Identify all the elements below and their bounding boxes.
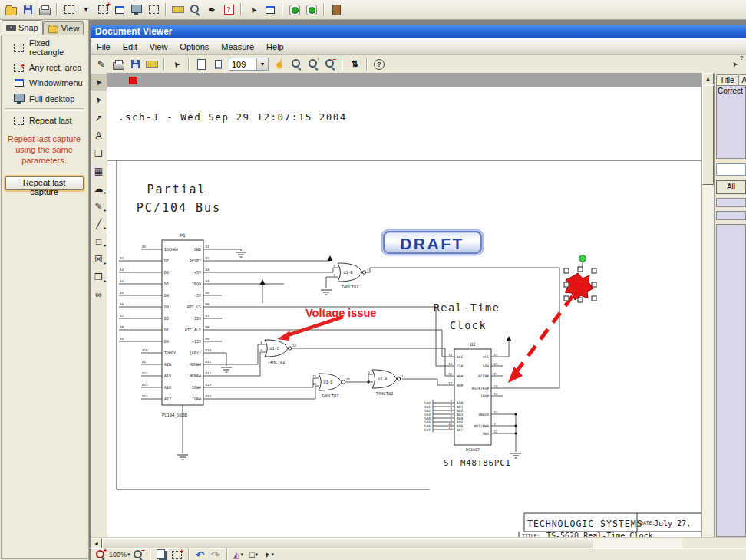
- edit-annotations-button[interactable]: ✎: [93, 56, 110, 73]
- viewer-titlebar[interactable]: Document Viewer: [91, 25, 746, 38]
- capture-item-fixed-rectangle[interactable]: Fixed rectangle: [2, 35, 87, 60]
- menu-edit[interactable]: Edit: [117, 40, 144, 54]
- text-tool[interactable]: A: [91, 127, 107, 144]
- magnifier-tool-button[interactable]: [186, 2, 203, 18]
- help-button[interactable]: ?: [220, 2, 237, 18]
- zoom-select-button[interactable]: [288, 56, 305, 73]
- tab-title[interactable]: Title: [716, 74, 738, 85]
- save-capture-button[interactable]: [19, 2, 36, 18]
- copy-selection-button[interactable]: [154, 548, 170, 560]
- save-document-button[interactable]: [127, 56, 144, 73]
- select-annotation-tool[interactable]: ➤: [91, 91, 107, 109]
- pointer-tool-button[interactable]: ➤▾: [262, 548, 277, 560]
- any-rectangle-capture-button[interactable]: +: [94, 2, 111, 18]
- about-help-button[interactable]: ?: [371, 56, 388, 73]
- tab-view[interactable]: View: [43, 21, 84, 35]
- link-tool[interactable]: ∞: [91, 285, 107, 303]
- schematic-canvas[interactable]: P1PC104_SUBBA1IOCHK#A2D7A3D6A4D5A5D4A6D3…: [107, 87, 701, 537]
- zoom-level[interactable]: 100%▾: [108, 548, 131, 560]
- window-capture-button[interactable]: [111, 2, 128, 18]
- add-selection-button[interactable]: +: [170, 548, 185, 560]
- context-help-button[interactable]: ➤?: [727, 56, 744, 73]
- horizontal-scrollbar[interactable]: ◂: [91, 537, 746, 548]
- zoom-out-button[interactable]: −: [131, 548, 147, 560]
- pen-tool-button[interactable]: ✒: [203, 2, 220, 18]
- field-1[interactable]: [716, 198, 746, 207]
- zoom-in-button[interactable]: +: [93, 548, 108, 560]
- line-tool[interactable]: ╱▸: [91, 215, 107, 232]
- menu-file[interactable]: File: [91, 40, 117, 54]
- anyrect-icon: +: [13, 64, 25, 72]
- tab-snap[interactable]: Snap: [2, 20, 43, 35]
- pan-hand-button[interactable]: ☝: [271, 56, 288, 73]
- vertical-scroll-thumb[interactable]: [702, 85, 714, 185]
- results-list[interactable]: Correct Ti: [716, 85, 746, 159]
- desktop-capture-button[interactable]: [128, 2, 145, 18]
- svg-text:A9: A9: [120, 337, 124, 341]
- repeat-last-capture-button[interactable]: Repeat last capture: [5, 176, 84, 190]
- exit-button[interactable]: [328, 2, 345, 18]
- tab-a[interactable]: A: [738, 74, 746, 85]
- sort-pages-button[interactable]: ⇅: [346, 56, 363, 73]
- svg-text:11: 11: [448, 426, 452, 430]
- menu-view[interactable]: View: [144, 40, 174, 54]
- field-2[interactable]: [716, 211, 746, 220]
- zoom-out-button[interactable]: −: [322, 56, 338, 73]
- pencil-tool[interactable]: ✎▸: [91, 197, 107, 215]
- select-pointer-button[interactable]: ➤: [168, 56, 185, 73]
- cloud-tool[interactable]: ☁▸: [91, 180, 107, 197]
- redo-button[interactable]: ↷: [208, 548, 223, 560]
- capture-item-any-rect-area[interactable]: +Any rect. area: [2, 60, 87, 75]
- vertical-scrollbar[interactable]: ▲: [701, 73, 714, 537]
- note-tool[interactable]: ❑: [91, 144, 107, 162]
- page-marker[interactable]: [129, 77, 137, 84]
- scroll-left-button[interactable]: ◂: [91, 538, 102, 548]
- menu-help[interactable]: Help: [260, 40, 290, 54]
- print-capture-button[interactable]: [36, 2, 53, 18]
- shape-tool-button[interactable]: □▾: [246, 548, 262, 560]
- select-tool[interactable]: ➤: [91, 74, 107, 91]
- capture-item-full-desktop[interactable]: Full desktop: [2, 91, 87, 107]
- page-layout-button[interactable]: [210, 56, 226, 73]
- menu-options[interactable]: Options: [173, 40, 215, 54]
- draft-stamp-annotation[interactable]: DRAFT: [382, 230, 484, 255]
- flip-tool-button[interactable]: ◭▾: [231, 548, 246, 560]
- results-box[interactable]: [716, 224, 746, 537]
- horizontal-scroll-track[interactable]: [593, 538, 682, 548]
- search-input[interactable]: [716, 163, 746, 176]
- result-item[interactable]: Correct Ti: [718, 87, 746, 95]
- new-page-button[interactable]: [193, 56, 210, 73]
- open-capture-button[interactable]: [2, 2, 19, 18]
- print-document-button[interactable]: [110, 56, 127, 73]
- svg-text:B13: B13: [206, 383, 212, 387]
- record-video-button[interactable]: [286, 2, 303, 18]
- title-block-date-label: DATE:: [640, 520, 655, 526]
- annotation-tool-column: ➤➤↗A❑▦☁▸✎▸╱▸□▸☒▸❒▸∞: [91, 73, 107, 537]
- zoom-combo[interactable]: 109 ▾: [229, 58, 269, 71]
- rotation-handle[interactable]: [579, 255, 586, 262]
- zoom-actual-button[interactable]: !: [305, 56, 322, 73]
- ruler-tool-button[interactable]: [170, 2, 186, 18]
- image-tool[interactable]: ▦: [91, 162, 107, 180]
- scroll-up-button[interactable]: ▲: [702, 73, 714, 84]
- measure-tool-button[interactable]: [144, 56, 160, 73]
- record-audio-button[interactable]: [303, 2, 320, 18]
- all-button[interactable]: All: [716, 180, 746, 194]
- delete-box-tool[interactable]: ☒▸: [91, 250, 107, 268]
- capture-item-repeat-last[interactable]: Repeat last: [2, 113, 87, 128]
- stamp-tool[interactable]: ❒▸: [91, 268, 107, 285]
- arrow-tool[interactable]: ↗: [91, 109, 107, 127]
- rectangle-tool[interactable]: □▸: [91, 232, 107, 250]
- capture-settings-button[interactable]: [262, 2, 279, 18]
- svg-text:MEMW#: MEMW#: [190, 362, 201, 367]
- capture-mode-dropdown-button[interactable]: ▾: [78, 2, 94, 18]
- document-viewport[interactable]: P1PC104_SUBBA1IOCHK#A2D7A3D6A4D5A5D4A6D3…: [107, 73, 701, 537]
- fixed-rectangle-capture-button[interactable]: [61, 2, 78, 18]
- capture-item-window-menu[interactable]: Window/menu: [2, 75, 87, 91]
- combo-dropdown-icon[interactable]: ▾: [256, 58, 268, 70]
- undo-button[interactable]: ↶: [193, 548, 208, 560]
- horizontal-scroll-thumb[interactable]: [102, 538, 593, 548]
- capture-cursor-option-button[interactable]: ➤: [245, 2, 262, 18]
- menu-measure[interactable]: Measure: [215, 40, 260, 54]
- repeat-capture-button[interactable]: [145, 2, 162, 18]
